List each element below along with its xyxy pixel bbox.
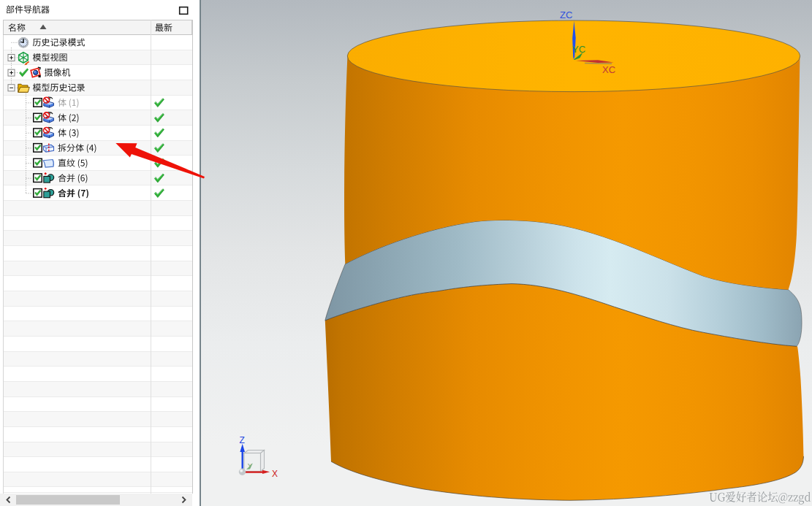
svg-text:ZC: ZC	[560, 9, 572, 20]
svg-text:Z: Z	[240, 435, 245, 445]
svg-text:X: X	[272, 469, 278, 479]
svg-text:YC: YC	[572, 44, 585, 55]
svg-text:Y: Y	[248, 461, 253, 469]
svg-text:XC: XC	[602, 64, 615, 75]
